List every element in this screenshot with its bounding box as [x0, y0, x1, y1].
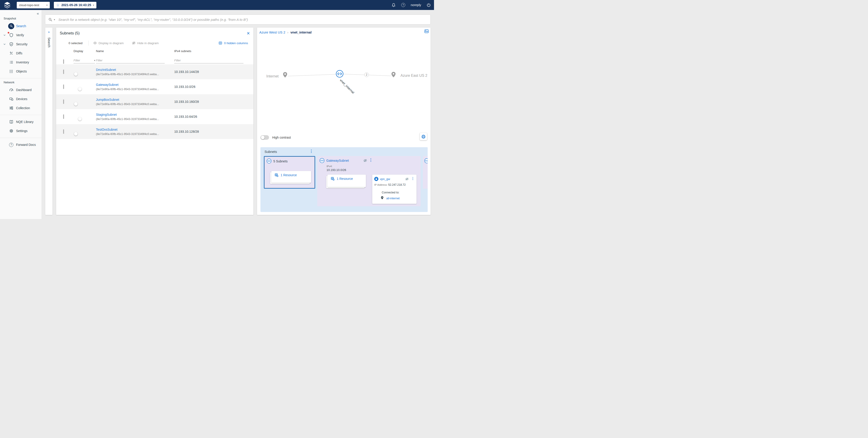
connected-network-link[interactable]: atl-internet	[386, 197, 400, 200]
table-filter-row: Filter ▾ Filter Filter	[56, 56, 253, 64]
subnet-name-link[interactable]: TestOvsSubnet	[96, 128, 174, 132]
subnet-icon	[424, 158, 428, 163]
sidebar-item-security[interactable]: Security	[0, 40, 42, 49]
network-selector-value: cloud-topo-test	[19, 3, 39, 7]
subnet-name-link[interactable]: DmzIntSubnet	[96, 68, 174, 71]
collapsed-panel-label: Search	[47, 37, 51, 47]
network-selector[interactable]: cloud-topo-test ▾	[17, 2, 50, 8]
snapshot-selector[interactable]: ☆ 2021-05-26 16:43:25 ▾	[54, 2, 96, 8]
expand-panel-icon[interactable]: »	[45, 30, 53, 34]
east-region-location-pin-icon[interactable]	[390, 71, 397, 78]
verify-notification-badge	[7, 32, 9, 34]
help-icon[interactable]: ?	[401, 3, 405, 7]
chevron-down-icon[interactable]	[3, 42, 6, 46]
vpn-gateway-name-link[interactable]: vpn_gw	[380, 177, 390, 181]
high-contrast-toggle[interactable]	[260, 135, 269, 140]
sidebar-item-devices[interactable]: Devices	[0, 94, 42, 104]
name-filter-input[interactable]: Filter	[96, 58, 165, 63]
hide-in-diagram-button[interactable]: Hide in diagram	[132, 41, 159, 45]
sidebar-item-dashboard[interactable]: Dashboard	[0, 85, 42, 94]
row-checkbox[interactable]	[63, 99, 64, 104]
subnet-cards-strip: Subnets ⋮ 5 Subnets 1 Resource GatewaySu…	[260, 147, 428, 212]
resource-count-link[interactable]: 1 Resource	[337, 177, 353, 180]
forward-networks-logo[interactable]	[4, 1, 11, 9]
notifications-bell-icon[interactable]	[392, 3, 396, 7]
vpn-ip-row: IP Address: 52.247.218.72	[374, 183, 406, 186]
table-row: TestOvsSubnet(8e72e90a-60fb-45c1-9543-31…	[56, 124, 253, 139]
close-icon[interactable]: ×	[247, 31, 250, 36]
subnet-id: (8e72e90a-60fb-45c1-9543-31973349f4c0.we…	[96, 73, 174, 76]
subnets-panel: Subnets (5) × 0 selected Display in diag…	[56, 28, 253, 215]
sidebar-item-settings[interactable]: Settings	[0, 126, 42, 136]
sidebar-item-objects[interactable]: Objects	[0, 67, 42, 76]
ipv4-filter-input[interactable]: Filter	[174, 58, 244, 63]
topology-panel: Azure West US 2 › vnet_internal Internet…	[257, 28, 431, 215]
kebab-menu-icon[interactable]: ⋮	[369, 158, 373, 162]
inventory-list-icon	[8, 59, 14, 65]
resource-card[interactable]: 1 Resource	[271, 171, 311, 183]
subnet-rows: DmzIntSubnet(8e72e90a-60fb-45c1-9543-319…	[56, 64, 253, 139]
vpn-gateway-card[interactable]: vpn_gw ⋮ IP Address: 52.247.218.72 Conne…	[372, 175, 416, 204]
search-type-chevron-icon[interactable]: ▾	[54, 18, 55, 21]
subnet-name-link[interactable]: JumpBoxSubnet	[96, 98, 174, 101]
hidden-columns-button[interactable]: 0 hidden columns	[219, 41, 248, 45]
sidebar-item-label: Search	[16, 24, 26, 28]
select-all-checkbox[interactable]	[63, 59, 64, 64]
settings-gear-icon	[8, 128, 14, 134]
collection-tune-icon	[8, 105, 14, 111]
star-icon[interactable]: ☆	[56, 3, 60, 7]
row-checkbox[interactable]	[63, 114, 64, 119]
internet-label: Internet	[266, 74, 279, 78]
row-checkbox[interactable]	[63, 69, 64, 74]
chevron-down-icon: ▾	[94, 59, 95, 62]
resource-count-link[interactable]: 1 Resource	[281, 173, 297, 177]
sidebar-item-nqe-library[interactable]: NQE Library	[0, 117, 42, 126]
sidebar-item-search[interactable]: Search	[0, 22, 42, 31]
globe-view-button[interactable]	[420, 133, 427, 140]
display-filter-select[interactable]: Filter ▾	[73, 58, 95, 63]
kebab-menu-icon[interactable]: ⋮	[411, 177, 414, 180]
link-count-badge: 2	[364, 72, 369, 77]
eye-off-icon[interactable]	[405, 177, 409, 181]
gateway-subnet-card[interactable]: GatewaySubnet ⋮ IPv4: 10.193.10.0/26 1 R…	[317, 156, 421, 206]
subnet-ipv4: 10.193.10.128/28	[174, 130, 253, 134]
subnet-name-link[interactable]: GatewaySubnet	[96, 83, 174, 87]
row-checkbox[interactable]	[63, 85, 64, 89]
sidebar-item-label: Verify	[16, 33, 24, 37]
sidebar-item-forward-docs[interactable]: ? Forward Docs	[0, 140, 42, 149]
table-row: JumpBoxSubnet(8e72e90a-60fb-45c1-9543-31…	[56, 94, 253, 109]
gateway-subnet-title-link[interactable]: GatewaySubnet	[326, 159, 349, 163]
subnet-id: (8e72e90a-60fb-45c1-9543-31973349f4c0.we…	[96, 103, 174, 106]
cards-group-kebab-icon[interactable]: ⋮	[309, 149, 313, 153]
user-menu[interactable]: noreply	[411, 3, 421, 7]
columns-icon	[219, 41, 222, 45]
row-checkbox[interactable]	[63, 129, 64, 134]
clipped-subnet-card[interactable]	[423, 156, 428, 188]
sidebar-item-diffs[interactable]: Diffs	[0, 49, 42, 58]
internet-location-pin-icon[interactable]	[282, 71, 288, 78]
display-in-diagram-button[interactable]: Display in diagram	[93, 41, 124, 45]
column-header-display: Display	[73, 49, 96, 53]
subnet-name-link[interactable]: StagingSubnet	[96, 113, 174, 116]
chevron-down-icon[interactable]	[3, 33, 6, 37]
resource-card[interactable]: 1 Resource	[328, 175, 366, 187]
eye-off-icon	[132, 41, 135, 45]
sidebar-item-verify[interactable]: Verify	[0, 31, 42, 40]
eye-off-icon[interactable]	[363, 159, 367, 163]
search-input[interactable]	[58, 18, 427, 22]
subnet-group-card[interactable]: 5 Subnets 1 Resource	[264, 156, 315, 188]
logout-power-icon[interactable]	[427, 3, 431, 7]
resource-icon	[331, 177, 335, 181]
objects-grid-icon	[8, 68, 14, 75]
subnets-panel-header: Subnets (5) ×	[56, 28, 253, 39]
breadcrumb-region-link[interactable]: Azure West US 2	[259, 30, 285, 34]
vnet-node-icon[interactable]	[336, 70, 343, 78]
collapsed-search-panel[interactable]: » Search	[45, 28, 53, 215]
sidebar-collapse-icon[interactable]: «	[37, 11, 39, 16]
sidebar-item-collection[interactable]: Collection	[0, 104, 42, 113]
sidebar-item-inventory[interactable]: Inventory	[0, 58, 42, 67]
export-diagram-icon[interactable]	[424, 29, 429, 33]
table-row: DmzIntSubnet(8e72e90a-60fb-45c1-9543-319…	[56, 64, 253, 79]
sidebar: « Snapshot Search Verify Security Diffs …	[0, 10, 42, 219]
chevron-down-icon: ▾	[93, 4, 94, 6]
